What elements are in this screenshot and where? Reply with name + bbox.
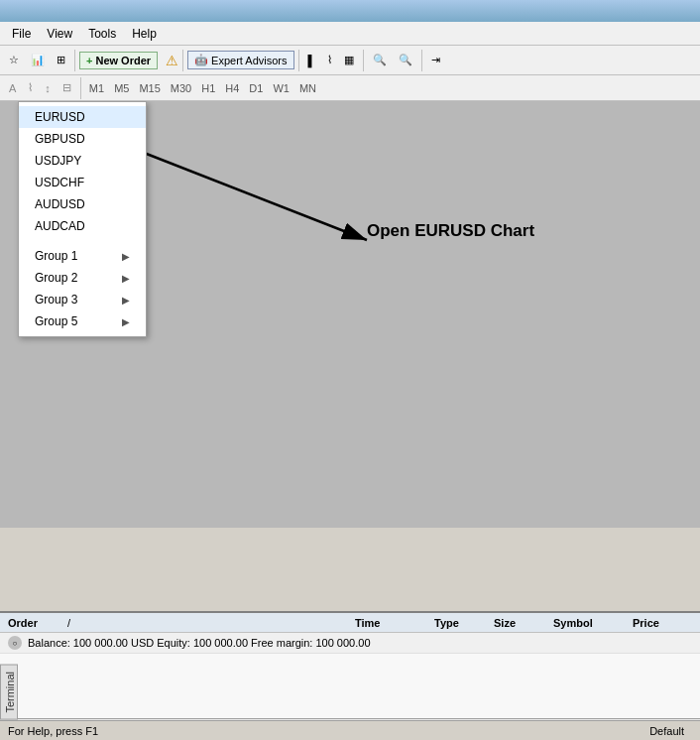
dropdown-item-usdchf[interactable]: USDCHF: [19, 172, 146, 193]
line-icon: ⌇: [327, 54, 332, 66]
menu-file[interactable]: File: [4, 25, 39, 43]
chart-icon: 📊: [31, 54, 45, 66]
annotation-arrow: Open EURUSD Chart: [139, 141, 436, 300]
period-toolbar-btn1[interactable]: A: [4, 79, 21, 97]
zoom-in-button[interactable]: 🔍: [368, 51, 392, 69]
zoom-out-button[interactable]: 🔍: [394, 51, 417, 69]
annotation-text: Open EURUSD Chart: [367, 221, 534, 240]
symbol-dropdown-menu: EURUSD GBPUSD USDJPY USDCHF AUDUSD AUDCA…: [18, 101, 147, 337]
toolbar2-period-bar: A ⌇ ↕ ⊟ M1 M5 M15 M30 H1 H4 D1 W1 MN: [0, 75, 700, 101]
dropdown-item-audcad[interactable]: AUDCAD: [19, 215, 146, 237]
separator-4: [363, 50, 364, 71]
period-h4[interactable]: H4: [221, 81, 243, 95]
warning-icon: ⚠: [166, 53, 178, 68]
menu-bar: File View Tools Help: [0, 22, 700, 46]
period-w1[interactable]: W1: [269, 81, 293, 95]
candle-icon: ▦: [344, 54, 354, 66]
expert-advisors-label: Expert Advisors: [211, 55, 287, 66]
balance-icon: ○: [8, 636, 22, 650]
period-h1[interactable]: H1: [197, 81, 219, 95]
period-m5[interactable]: M5: [110, 81, 133, 95]
group2-label: Group 2: [35, 271, 77, 285]
dropdown-item-eurusd[interactable]: EURUSD: [19, 106, 146, 128]
svg-line-0: [139, 151, 367, 240]
new-order-label: New Order: [95, 55, 151, 66]
balance-text: Balance: 100 000.00 USD Equity: 100 000.…: [28, 637, 371, 649]
status-bar: For Help, press F1 Default: [0, 720, 700, 740]
col-size: Size: [494, 617, 553, 629]
dropdown-group5[interactable]: Group 5 ▶: [19, 310, 146, 332]
new-order-icon: +: [86, 55, 92, 66]
menu-view[interactable]: View: [39, 25, 80, 43]
col-order: Order: [8, 617, 67, 629]
bar-icon: ▌: [308, 55, 316, 66]
balance-row: ○ Balance: 100 000.00 USD Equity: 100 00…: [0, 633, 700, 654]
grid-icon: ⊞: [57, 54, 65, 66]
period-d1[interactable]: D1: [245, 81, 267, 95]
scroll-right-button[interactable]: ⇥: [426, 51, 445, 69]
period-m15[interactable]: M15: [135, 81, 164, 95]
menu-help[interactable]: Help: [124, 25, 165, 43]
group3-label: Group 3: [35, 293, 77, 307]
dropdown-item-audusd[interactable]: AUDUSD: [19, 193, 146, 215]
dropdown-group2[interactable]: Group 2 ▶: [19, 267, 146, 289]
main-chart-area: EURUSD GBPUSD USDJPY USDCHF AUDUSD AUDCA…: [0, 101, 700, 528]
status-default-text: Default: [649, 725, 692, 737]
toolbar-btn-3[interactable]: ⊞: [52, 51, 70, 69]
toolbar-btn-1[interactable]: ☆: [4, 51, 24, 69]
separator-5: [421, 50, 422, 71]
bottom-columns-header: Order / Time Type Size Symbol Price: [0, 613, 700, 633]
group5-arrow: ▶: [122, 316, 130, 327]
period-m30[interactable]: M30: [167, 81, 195, 95]
dropdown-group1[interactable]: Group 1 ▶: [19, 245, 146, 267]
dropdown-item-gbpusd[interactable]: GBPUSD: [19, 128, 146, 150]
col-time: Time: [355, 617, 434, 629]
col-price: Price: [633, 617, 692, 629]
terminal-side-tab[interactable]: Terminal: [0, 665, 18, 720]
col-symbol: Symbol: [553, 617, 633, 629]
menu-tools[interactable]: Tools: [80, 25, 124, 43]
star-icon: ☆: [9, 54, 19, 66]
title-bar: [0, 0, 700, 22]
separator-3: [298, 50, 299, 71]
expert-advisors-button[interactable]: 🤖 Expert Advisors: [187, 51, 293, 69]
separator-2: [182, 50, 183, 71]
col-type: Type: [434, 617, 494, 629]
zoom-in-icon: 🔍: [373, 54, 387, 66]
group2-arrow: ▶: [122, 273, 130, 284]
group3-arrow: ▶: [122, 295, 130, 306]
period-toolbar-btn2[interactable]: ⌇: [23, 78, 38, 97]
toolbar: ☆ 📊 ⊞ + New Order ⚠ 🤖 Expert Advisors ▌ …: [0, 46, 700, 75]
period-m1[interactable]: M1: [85, 81, 108, 95]
group1-arrow: ▶: [122, 251, 130, 262]
separator-1: [74, 50, 75, 71]
new-order-button[interactable]: + New Order: [79, 52, 158, 69]
period-toolbar-btn4[interactable]: ⊟: [58, 78, 76, 97]
period-mn[interactable]: MN: [295, 81, 320, 95]
scroll-right-icon: ⇥: [431, 54, 440, 66]
group5-label: Group 5: [35, 314, 77, 328]
period-toolbar-btn3[interactable]: ↕: [40, 79, 56, 97]
toolbar-btn-6[interactable]: ▦: [339, 51, 359, 69]
toolbar-btn-2[interactable]: 📊: [26, 51, 50, 69]
col-slash: /: [67, 617, 70, 629]
toolbar-btn-5[interactable]: ⌇: [322, 51, 337, 69]
dropdown-item-usdjpy[interactable]: USDJPY: [19, 150, 146, 172]
dropdown-group3[interactable]: Group 3 ▶: [19, 289, 146, 310]
bottom-content-area: [0, 654, 700, 718]
dropdown-separator: [19, 237, 146, 245]
arrow-annotation: Open EURUSD Chart: [139, 141, 436, 303]
group1-label: Group 1: [35, 249, 77, 263]
toolbar-btn-4[interactable]: ▌: [303, 52, 321, 69]
expert-icon: 🤖: [194, 54, 208, 66]
separator-p1: [80, 77, 81, 99]
zoom-out-icon: 🔍: [399, 54, 412, 66]
status-help-text: For Help, press F1: [8, 725, 98, 737]
